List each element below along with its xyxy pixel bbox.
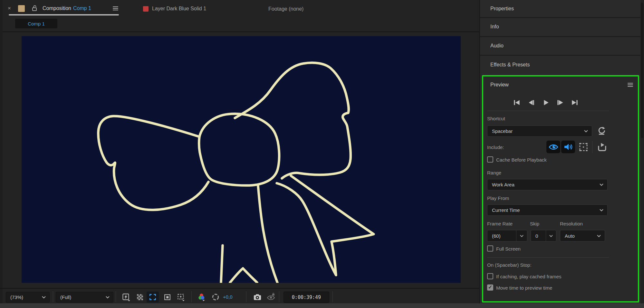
snapshot-button[interactable] bbox=[251, 292, 264, 303]
skip-label: Skip bbox=[530, 221, 539, 226]
channels-button[interactable] bbox=[196, 292, 208, 303]
frame-rate-chevron[interactable] bbox=[516, 230, 527, 241]
next-frame-button[interactable] bbox=[555, 98, 565, 107]
preview-panel: Preview Shortcut Spacebar bbox=[482, 75, 639, 303]
tab-menu-icon[interactable] bbox=[113, 6, 118, 10]
on-stop-label: On (Spacebar) Stop: bbox=[487, 262, 532, 268]
reset-shortcut-icon[interactable] bbox=[597, 126, 606, 135]
camera-icon bbox=[253, 293, 262, 302]
chevron-down-icon bbox=[520, 234, 524, 237]
toolbar-separator bbox=[332, 291, 333, 302]
preview-divider bbox=[487, 257, 609, 258]
frame-rate-value: (60) bbox=[487, 233, 516, 239]
fast-previews-button[interactable] bbox=[120, 292, 132, 303]
magnification-value: (73%) bbox=[6, 294, 42, 300]
bow-knot bbox=[199, 114, 279, 185]
go-to-start-icon bbox=[513, 98, 521, 107]
toolbar-separator bbox=[53, 291, 53, 302]
exposure-button[interactable] bbox=[209, 292, 222, 303]
channels-icon bbox=[197, 293, 206, 302]
go-to-start-button[interactable] bbox=[512, 98, 522, 107]
include-overlays-icon[interactable] bbox=[578, 142, 589, 152]
bow-left-tail-left-edge bbox=[221, 245, 223, 283]
tab-layer[interactable]: Layer Dark Blue Solid 1 bbox=[143, 6, 206, 12]
panel-header-info[interactable]: Info bbox=[480, 18, 640, 35]
panel-header-label: Properties bbox=[490, 6, 514, 12]
magnification-dropdown[interactable]: (73%) bbox=[6, 292, 50, 303]
region-of-interest-icon bbox=[149, 293, 157, 301]
panel-header-effects-presets[interactable]: Effects & Presets bbox=[480, 56, 640, 73]
skip-chevron[interactable] bbox=[546, 230, 556, 241]
video-include-eye-icon bbox=[548, 143, 559, 151]
move-time-label: Move time to preview time bbox=[496, 285, 552, 291]
grid-guides-icon bbox=[177, 293, 185, 302]
tab-composition[interactable]: Composition Comp 1 bbox=[43, 5, 91, 11]
panel-header-audio[interactable]: Audio bbox=[480, 37, 640, 54]
close-tab-icon[interactable]: × bbox=[8, 5, 11, 12]
range-label: Range bbox=[487, 170, 501, 175]
play-from-label: Play From bbox=[487, 195, 509, 201]
if-caching-checkbox[interactable] bbox=[487, 273, 493, 279]
transparency-grid-icon bbox=[136, 293, 144, 301]
chevron-down-icon bbox=[42, 296, 46, 299]
resolution-value: (Full) bbox=[56, 294, 105, 300]
preview-time-field[interactable]: 0:00:39:49 bbox=[284, 292, 329, 303]
subtab-comp1[interactable]: Comp 1 bbox=[15, 19, 57, 28]
mask-visibility-button[interactable] bbox=[161, 292, 173, 303]
previous-frame-icon bbox=[527, 98, 535, 107]
bow-right-loop bbox=[235, 63, 351, 178]
shortcut-dropdown[interactable]: Spacebar bbox=[487, 125, 592, 137]
frame-rate-combo[interactable]: (60) bbox=[487, 230, 527, 242]
grid-guides-button[interactable] bbox=[175, 292, 187, 303]
left-edge-strip bbox=[0, 0, 3, 303]
shortcut-label: Shortcut bbox=[487, 116, 505, 121]
toolbar-separator bbox=[279, 291, 279, 302]
audio-include-speaker-icon bbox=[563, 143, 573, 151]
toolbar-separator bbox=[246, 291, 246, 302]
shortcut-value: Spacebar bbox=[487, 128, 584, 134]
show-snapshot-button[interactable] bbox=[265, 292, 277, 303]
range-dropdown[interactable]: Work Area bbox=[487, 179, 608, 190]
include-label: Include: bbox=[487, 144, 504, 150]
exposure-value[interactable]: +0,0 bbox=[223, 294, 233, 300]
layer-color-swatch bbox=[143, 6, 149, 12]
cache-before-playback-checkbox[interactable] bbox=[487, 156, 493, 163]
cache-indicators-icon[interactable] bbox=[597, 142, 608, 153]
bow-left-tail-notch bbox=[230, 268, 257, 283]
go-to-end-button[interactable] bbox=[570, 98, 580, 107]
composition-canvas[interactable] bbox=[22, 36, 461, 283]
transparency-grid-button[interactable] bbox=[134, 292, 146, 303]
panel-header-label: Effects & Presets bbox=[490, 62, 530, 68]
preview-time-value: 0:00:39:49 bbox=[292, 294, 321, 300]
scrollbar-thumb[interactable] bbox=[641, 3, 643, 138]
include-audio-button[interactable] bbox=[561, 141, 575, 153]
resolution-dropdown[interactable]: (Full) bbox=[56, 292, 113, 303]
cache-before-playback-label: Cache Before Playback bbox=[496, 157, 547, 163]
composition-tab-label: Composition bbox=[43, 5, 71, 11]
play-button[interactable] bbox=[541, 98, 551, 107]
play-from-dropdown[interactable]: Current Time bbox=[487, 204, 608, 216]
include-video-button[interactable] bbox=[546, 141, 560, 153]
show-snapshot-icon bbox=[266, 293, 275, 301]
chevron-down-icon bbox=[584, 130, 588, 133]
previous-frame-button[interactable] bbox=[526, 98, 536, 107]
panel-scrollbar[interactable] bbox=[640, 0, 644, 303]
range-value: Work Area bbox=[487, 182, 599, 187]
preview-resolution-dropdown[interactable]: Auto bbox=[560, 230, 605, 242]
tab-footage[interactable]: Footage (none) bbox=[268, 6, 303, 12]
chevron-down-icon bbox=[599, 183, 604, 186]
include-separator bbox=[592, 141, 592, 153]
bow-right-tail bbox=[277, 176, 374, 275]
composition-tab-name: Comp 1 bbox=[73, 5, 91, 11]
region-of-interest-button[interactable] bbox=[147, 292, 159, 303]
full-screen-checkbox[interactable] bbox=[487, 245, 493, 252]
unlock-icon bbox=[31, 4, 38, 12]
move-time-checkbox[interactable] bbox=[487, 284, 493, 291]
preview-panel-menu-icon[interactable] bbox=[628, 83, 633, 87]
resolution-label: Resolution bbox=[560, 221, 583, 226]
if-caching-label: If caching, play cached frames bbox=[496, 274, 562, 279]
topbar-divider bbox=[0, 31, 479, 32]
panel-header-label: Info bbox=[490, 24, 499, 30]
skip-combo[interactable]: 0 bbox=[531, 230, 556, 242]
panel-header-properties[interactable]: Properties bbox=[480, 0, 640, 17]
